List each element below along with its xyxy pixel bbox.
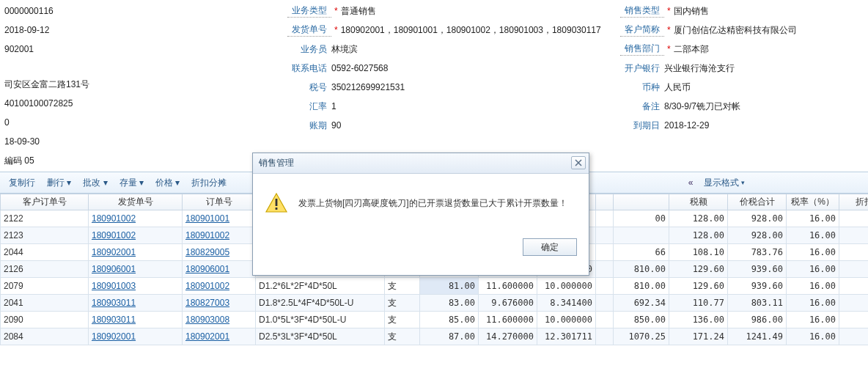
cell bbox=[614, 227, 669, 244]
cell: 14.270000 bbox=[479, 328, 537, 345]
table-row[interactable]: 2084180902001180902001D2.5*3L*3F*4D*50L支… bbox=[1, 328, 869, 345]
cell[interactable]: 180901002 bbox=[89, 227, 183, 244]
cell: 16.00 bbox=[787, 227, 839, 244]
cell: 803.11 bbox=[728, 295, 787, 312]
cell: 136.00 bbox=[669, 312, 728, 328]
cell: 0.00 bbox=[839, 210, 869, 227]
cell: 928.00 bbox=[728, 210, 787, 227]
cell[interactable]: 180902001 bbox=[89, 328, 183, 345]
cell: 16.00 bbox=[787, 261, 839, 278]
cell: D1.8*2.5L*4F*4D*50L-U bbox=[256, 295, 385, 312]
cell: 支 bbox=[385, 312, 420, 328]
cell bbox=[596, 227, 614, 244]
toolbar-btn-5[interactable]: 折扣分摊 bbox=[185, 175, 232, 191]
cell[interactable]: 180901002 bbox=[183, 227, 256, 244]
cell[interactable]: 180901002 bbox=[183, 278, 256, 295]
cell: 11.600000 bbox=[479, 312, 537, 328]
col-header-11[interactable]: 价税合计 bbox=[728, 194, 787, 210]
cell bbox=[596, 295, 614, 312]
col-header-12[interactable]: 税率（%） bbox=[787, 194, 839, 210]
cell: 11.600000 bbox=[479, 278, 537, 295]
table-row[interactable]: 2079180901003180901002D1.2*6L*2F*4D*50L支… bbox=[1, 278, 869, 295]
display-format-button[interactable]: 显示格式 ▾ bbox=[698, 175, 751, 191]
cell: 2044 bbox=[1, 244, 89, 261]
cell[interactable]: 180901003 bbox=[89, 278, 183, 295]
cell: D1.2*6L*2F*4D*50L bbox=[256, 278, 385, 295]
col-header-8[interactable] bbox=[596, 194, 614, 210]
col-header-2[interactable]: 订单号 bbox=[183, 194, 256, 210]
cell: 810.00 bbox=[614, 261, 669, 278]
doc-no: 0000000116 bbox=[4, 6, 54, 16]
doc-date: 2018-09-12 bbox=[4, 25, 49, 35]
val-biz-type[interactable]: 普通销售 bbox=[341, 5, 376, 18]
lbl-tel: 联系电话 bbox=[287, 62, 331, 75]
table-row[interactable]: 2041180903011180827003D1.8*2.5L*4F*4D*50… bbox=[1, 295, 869, 312]
cell[interactable]: 180906001 bbox=[89, 261, 183, 278]
val-cust[interactable]: 厦门创信亿达精密科技有限公司 bbox=[674, 24, 797, 37]
address: 司安区金富二路131号 bbox=[4, 78, 89, 91]
cell: 0.00 bbox=[839, 227, 869, 244]
chevron-left-icon[interactable]: « bbox=[685, 177, 696, 188]
toolbar-btn-0[interactable]: 复制行 bbox=[3, 175, 41, 191]
table-row[interactable]: 2090180903011180903008D1.0*5L*3F*4D*50L-… bbox=[1, 312, 869, 328]
col-header-1[interactable]: 发货单号 bbox=[89, 194, 183, 210]
lbl-cust: 客户简称 bbox=[620, 23, 664, 37]
alert-dialog: 销售管理 发票上货物[四刃高硬度铣刀]的已开票退货数量已大于累计开票数量！ 确定 bbox=[252, 153, 589, 276]
cell: 108.10 bbox=[669, 244, 728, 261]
close-icon bbox=[575, 159, 582, 166]
toolbar-btn-3[interactable]: 存量 ▾ bbox=[114, 175, 150, 191]
cell[interactable]: 180829005 bbox=[183, 244, 256, 261]
cell[interactable]: 180903011 bbox=[89, 312, 183, 328]
cell: 2079 bbox=[1, 278, 89, 295]
code-b: 編码 05 bbox=[4, 155, 34, 167]
lbl-bank: 开户银行 bbox=[620, 62, 664, 75]
col-header-0[interactable]: 客户订单号 bbox=[1, 194, 89, 210]
col-header-9[interactable] bbox=[614, 194, 669, 210]
cell: 110.77 bbox=[669, 295, 728, 312]
val-sale-type[interactable]: 国内销售 bbox=[674, 5, 709, 18]
form-area: 0000000116 2018-09-12 902001 司安区金富二路131号… bbox=[0, 0, 868, 172]
cell: 0.00 bbox=[839, 278, 869, 295]
val-ship-no[interactable]: 180902001，180901001，180901002，180901003，… bbox=[341, 24, 601, 37]
cell[interactable]: 180903011 bbox=[89, 295, 183, 312]
form-col-2: 业务类型*普通销售 发货单号*180902001，180901001，18090… bbox=[283, 0, 616, 172]
cell[interactable]: 180902001 bbox=[89, 244, 183, 261]
cell bbox=[596, 244, 614, 261]
cell: 939.60 bbox=[728, 261, 787, 278]
dialog-titlebar[interactable]: 销售管理 bbox=[253, 153, 589, 174]
form-col-1: 0000000116 2018-09-12 902001 司安区金富二路131号… bbox=[0, 0, 283, 172]
val-due: 2018-12-29 bbox=[664, 120, 709, 131]
lbl-rate: 汇率 bbox=[287, 100, 331, 113]
dialog-ok-button[interactable]: 确定 bbox=[523, 238, 577, 256]
cell[interactable]: 180906001 bbox=[183, 261, 256, 278]
cell[interactable]: 180901001 bbox=[183, 210, 256, 227]
toolbar-btn-2[interactable]: 批改 ▾ bbox=[77, 175, 113, 191]
cell bbox=[596, 210, 614, 227]
cell: 16.00 bbox=[787, 312, 839, 328]
cell: 128.00 bbox=[669, 227, 728, 244]
cell[interactable]: 180827003 bbox=[183, 295, 256, 312]
cell bbox=[596, 312, 614, 328]
cell: 1241.49 bbox=[728, 328, 787, 345]
dialog-close-button[interactable] bbox=[571, 156, 586, 169]
cell: D1.0*5L*3F*4D*50L-U bbox=[256, 312, 385, 328]
cell bbox=[596, 328, 614, 345]
cell: D2.5*3L*3F*4D*50L bbox=[256, 328, 385, 345]
toolbar-btn-1[interactable]: 删行 ▾ bbox=[41, 175, 77, 191]
toolbar-btn-4[interactable]: 价格 ▾ bbox=[150, 175, 185, 191]
cell: 810.00 bbox=[614, 278, 669, 295]
cell[interactable]: 180901002 bbox=[89, 210, 183, 227]
lbl-tax: 税号 bbox=[287, 81, 331, 94]
cell: 16.00 bbox=[787, 278, 839, 295]
cell: 2090 bbox=[1, 312, 89, 328]
cell: 928.00 bbox=[728, 227, 787, 244]
cell: 171.24 bbox=[669, 328, 728, 345]
cell[interactable]: 180902001 bbox=[183, 328, 256, 345]
val-dept[interactable]: 二部本部 bbox=[674, 43, 709, 56]
val-tax: 350212699921531 bbox=[331, 82, 405, 92]
col-header-10[interactable]: 税额 bbox=[669, 194, 728, 210]
cell: 支 bbox=[385, 278, 420, 295]
cell: 87.00 bbox=[420, 328, 479, 345]
col-header-13[interactable]: 折扣额 bbox=[839, 194, 869, 210]
cell[interactable]: 180903008 bbox=[183, 312, 256, 328]
